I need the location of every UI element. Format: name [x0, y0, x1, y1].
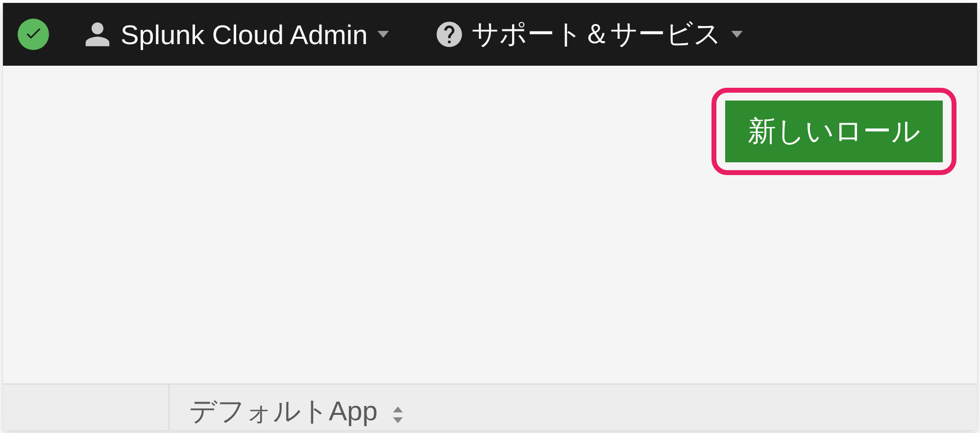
top-header: Splunk Cloud Admin サポート＆サービス — [3, 3, 977, 66]
caret-down-icon — [730, 29, 744, 39]
table-col-spacer — [3, 384, 170, 430]
check-icon — [24, 24, 43, 45]
status-badge[interactable] — [18, 19, 49, 50]
app-window: Splunk Cloud Admin サポート＆サービス — [2, 2, 978, 431]
new-role-button[interactable]: 新しいロール — [725, 101, 943, 162]
help-icon — [434, 19, 465, 50]
caret-down-icon — [376, 29, 390, 39]
highlight-annotation: 新しいロール — [711, 88, 956, 175]
content-area: 新しいロール デフォルトApp — [3, 66, 977, 430]
user-icon — [83, 20, 112, 49]
column-label: デフォルトApp — [189, 393, 378, 430]
sort-icon — [392, 406, 404, 424]
user-label: Splunk Cloud Admin — [121, 19, 368, 51]
table-col-default-app[interactable]: デフォルトApp — [170, 384, 977, 430]
support-services-menu[interactable]: サポート＆サービス — [434, 16, 744, 53]
support-label: サポート＆サービス — [471, 16, 721, 53]
user-menu[interactable]: Splunk Cloud Admin — [83, 19, 390, 51]
table-header: デフォルトApp — [3, 383, 977, 430]
